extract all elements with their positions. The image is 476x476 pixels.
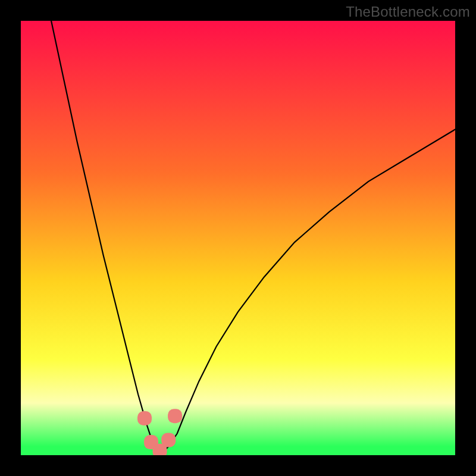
curve-marker xyxy=(168,409,182,423)
bottleneck-chart xyxy=(21,21,455,455)
curve-marker xyxy=(161,433,176,447)
curve-marker xyxy=(137,411,152,425)
chart-frame: TheBottleneck.com xyxy=(0,0,476,476)
watermark-text: TheBottleneck.com xyxy=(346,4,470,20)
gradient-background xyxy=(21,21,455,455)
plot-area xyxy=(21,21,455,455)
